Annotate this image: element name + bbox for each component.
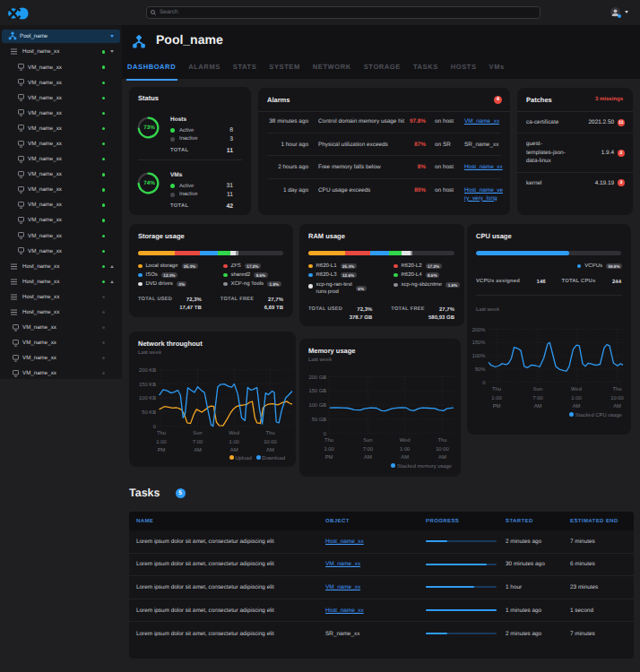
svg-text:100%: 100%	[472, 353, 486, 359]
svg-text:10:00: 10:00	[264, 439, 277, 445]
svg-text:PM: PM	[158, 448, 166, 453]
svg-text:AM: AM	[573, 404, 581, 409]
svg-text:AM: AM	[194, 448, 202, 453]
svg-text:Wed: Wed	[229, 430, 239, 436]
svg-text:AM: AM	[401, 455, 409, 461]
svg-text:1:00: 1:00	[324, 446, 333, 452]
svg-text:Thu: Thu	[613, 386, 622, 392]
svg-text:150 GB: 150 GB	[308, 388, 326, 394]
svg-text:200 GB: 200 GB	[308, 375, 326, 381]
svg-text:100 GB: 100 GB	[308, 402, 326, 409]
svg-text:Thu: Thu	[492, 386, 501, 392]
svg-text:1:00: 1:00	[491, 395, 501, 401]
svg-text:100 KB: 100 KB	[139, 395, 156, 401]
svg-text:50 KB: 50 KB	[142, 409, 156, 416]
svg-text:Wed: Wed	[400, 437, 411, 444]
svg-text:50%: 50%	[475, 366, 486, 373]
svg-text:1:00: 1:00	[400, 446, 410, 452]
svg-text:Thu: Thu	[157, 430, 166, 436]
svg-text:7:00: 7:00	[363, 446, 373, 452]
svg-text:0: 0	[153, 424, 156, 430]
svg-text:7:00: 7:00	[532, 395, 542, 401]
svg-text:AM: AM	[534, 404, 542, 409]
svg-text:PM: PM	[493, 404, 501, 409]
svg-text:PM: PM	[325, 455, 333, 461]
svg-text:Wed: Wed	[571, 386, 582, 392]
svg-text:10:00: 10:00	[610, 395, 624, 401]
svg-text:7:00: 7:00	[193, 439, 203, 445]
svg-text:150%: 150%	[472, 340, 486, 346]
svg-text:Thu: Thu	[265, 430, 274, 436]
svg-text:Sun: Sun	[193, 430, 202, 436]
svg-text:0: 0	[324, 431, 326, 437]
svg-text:Sun: Sun	[363, 437, 372, 444]
svg-text:150 KB: 150 KB	[139, 382, 156, 388]
svg-text:200%: 200%	[472, 327, 486, 333]
svg-text:AM: AM	[364, 455, 372, 461]
svg-text:Thu: Thu	[437, 437, 446, 444]
svg-text:50 GB: 50 GB	[312, 417, 327, 423]
svg-text:AM: AM	[230, 448, 238, 453]
svg-text:1:00: 1:00	[229, 439, 239, 445]
svg-text:200 KB: 200 KB	[139, 367, 156, 374]
svg-text:10:00: 10:00	[436, 446, 449, 452]
svg-text:Sun: Sun	[533, 386, 542, 392]
svg-text:AM: AM	[438, 455, 446, 461]
svg-text:0: 0	[482, 380, 485, 386]
svg-text:1:00: 1:00	[571, 395, 581, 401]
svg-text:AM: AM	[613, 404, 621, 409]
svg-text:AM: AM	[266, 448, 274, 453]
svg-text:1:00: 1:00	[156, 439, 166, 445]
svg-text:Thu: Thu	[324, 437, 333, 444]
